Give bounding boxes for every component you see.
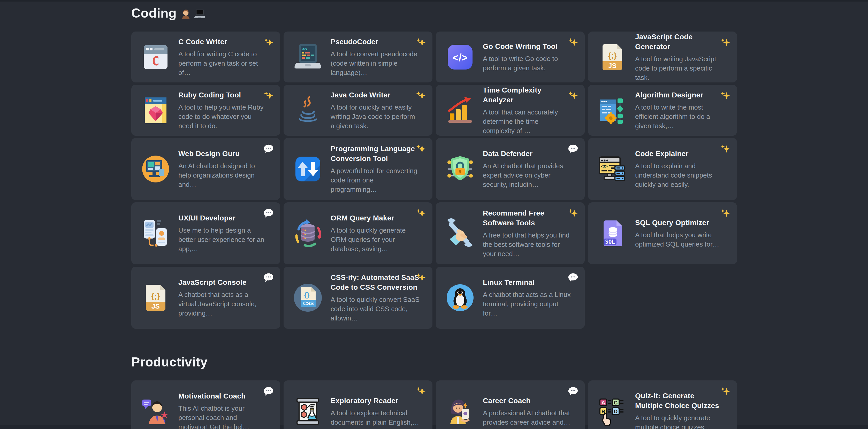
svg-text:A: A: [601, 400, 605, 405]
svg-text:SQL: SQL: [605, 239, 615, 245]
prompt-card[interactable]: SQL SQL Query Optimizer A tool that help…: [588, 202, 737, 265]
card-grid: C C Code Writer A tool for writing C cod…: [131, 32, 737, 329]
sparkle-badge-icon: [567, 37, 579, 49]
card-description: This AI chatbot is your personal coach a…: [178, 404, 267, 429]
prompt-card[interactable]: Linux Terminal A chatbot that acts as a …: [436, 267, 585, 329]
card-text: Code Explainer A tool to explain and und…: [635, 149, 733, 189]
card-description: A tool to quickly generate ORM queries f…: [331, 225, 420, 253]
card-title: Exploratory Reader: [331, 396, 420, 406]
chat-badge-icon: [262, 143, 275, 155]
prompt-card[interactable]: Recommend Free Software Tools A free too…: [436, 202, 585, 265]
css-file-icon: {}CSS: [292, 282, 323, 313]
card-text: JavaScript Console A chatbot that acts a…: [178, 278, 277, 318]
svg-text:CSS: CSS: [303, 301, 314, 306]
svg-text:{;}: {;}: [151, 292, 160, 300]
sparkle-badge-icon: [567, 208, 579, 219]
career-person-icon: [444, 396, 476, 427]
prompt-card[interactable]: Motivational Coach This AI chatbot is yo…: [131, 380, 280, 429]
sparkle-badge-icon: [415, 37, 427, 49]
card-text: Linux Terminal A chatbot that acts as a …: [483, 278, 581, 318]
prompt-card[interactable]: </> Go Code Writing Tool A tool to write…: [436, 32, 585, 83]
card-description: An AI chatbot that provides expert advic…: [483, 161, 572, 189]
prompt-card[interactable]: UX/UI Developer Use me to help design a …: [131, 202, 280, 265]
card-title: SQL Query Optimizer: [635, 218, 724, 228]
wrench-hand-icon: [444, 218, 476, 249]
prompt-card[interactable]: {}CSS CSS-ify: Automated SaaS Code to CS…: [284, 267, 432, 329]
card-text: Career Coach A professional AI chatbot t…: [483, 396, 581, 427]
card-description: A powerful tool for converting code from…: [331, 166, 420, 194]
chat-badge-icon: [262, 208, 275, 219]
card-text: Algorithm Designer A tool to write the m…: [635, 90, 733, 130]
svg-text:JS: JS: [608, 62, 617, 69]
prompt-card[interactable]: Time Complexity Analyzer A tool that can…: [436, 85, 585, 136]
card-description: A tool to convert pseudocode (code writt…: [331, 49, 420, 77]
card-title: Ruby Coding Tool: [178, 90, 267, 100]
card-text: CSS-ify: Automated SaaS Code to CSS Conv…: [331, 273, 429, 323]
person-technologist-icon: [180, 8, 192, 20]
card-description: A free tool that helps you find the best…: [483, 231, 572, 258]
card-description: A chatbot that acts as a virtual JavaScr…: [178, 290, 267, 318]
prompt-card[interactable]: Exploratory Reader A tool to explore tec…: [284, 380, 432, 429]
prompt-card[interactable]: {;}JS JavaScript Code Generator A tool f…: [588, 32, 737, 83]
svg-text:</>: </>: [601, 164, 608, 169]
prompt-card[interactable]: </> Code Explainer A tool to explain and…: [588, 138, 737, 200]
sparkle-badge-icon: [415, 208, 427, 219]
chat-badge-icon: [262, 272, 275, 284]
chat-badge-icon: [567, 386, 579, 397]
card-description: A tool to quickly convert SaaS code into…: [331, 295, 420, 323]
prompt-card[interactable]: Java Code Writer A tool for quickly and …: [284, 85, 432, 136]
card-text: C Code Writer A tool for writing C code …: [178, 37, 277, 77]
code-brackets-icon: </>: [444, 41, 476, 72]
sparkle-badge-icon: [262, 37, 275, 49]
svg-text:{}: {}: [304, 291, 309, 299]
section-title: Productivity: [131, 355, 737, 370]
prompt-card[interactable]: ACBD Quiz-It: Generate Multiple Choice Q…: [588, 380, 737, 429]
svg-text:C: C: [614, 400, 618, 405]
prompt-card[interactable]: C C Code Writer A tool for writing C cod…: [131, 32, 280, 83]
js-file-icon: {;}JS: [597, 41, 628, 72]
sql-file-icon: SQL: [597, 218, 628, 249]
section-title: Coding: [131, 6, 737, 21]
prompt-card[interactable]: Web Design Guru An AI chatbot designed t…: [131, 138, 280, 200]
card-title: Programming Language Conversion Tool: [331, 144, 420, 163]
svg-text:C: C: [152, 54, 159, 68]
prompt-card[interactable]: Ruby Coding Tool A tool to help you writ…: [131, 85, 280, 136]
phone-wireframes-icon: [140, 218, 171, 249]
card-title: Code Explainer: [635, 149, 724, 159]
prompt-card[interactable]: Algorithm Designer A tool to write the m…: [588, 85, 737, 136]
card-description: A chatbot that acts as a Linux terminal,…: [483, 290, 572, 318]
card-description: A tool to explain and understand code sn…: [635, 161, 724, 189]
prompt-card[interactable]: Programming Language Conversion Tool A p…: [284, 138, 432, 200]
sparkle-badge-icon: [719, 90, 731, 102]
linux-penguin-icon: [444, 282, 476, 313]
sparkle-badge-icon: [567, 90, 579, 102]
swap-arrows-icon: [292, 154, 323, 185]
prompt-card[interactable]: </> PseudoCoder A tool to convert pseudo…: [284, 32, 432, 83]
card-text: SQL Query Optimizer A tool that helps yo…: [635, 218, 733, 249]
card-text: Web Design Guru An AI chatbot designed t…: [178, 149, 277, 189]
card-title: Linux Terminal: [483, 278, 572, 287]
prompt-card[interactable]: {;}JS JavaScript Console A chatbot that …: [131, 267, 280, 329]
sparkle-badge-icon: [719, 208, 731, 219]
card-description: A tool to write the most efficient algor…: [635, 102, 724, 130]
prompt-card[interactable]: Career Coach A professional AI chatbot t…: [436, 380, 585, 429]
card-title: UX/UI Developer: [178, 213, 267, 223]
code-monitor-server-icon: </>: [597, 154, 628, 185]
prompt-card[interactable]: ORM Query Maker A tool to quickly genera…: [284, 202, 432, 265]
card-description: A tool to help you write Ruby code to do…: [178, 102, 267, 130]
flowchart-gear-icon: [597, 95, 628, 126]
card-description: A tool for writing C code to perform a g…: [178, 49, 267, 77]
svg-text:{;}: {;}: [608, 51, 617, 60]
card-title: Recommend Free Software Tools: [483, 208, 572, 228]
card-text: ORM Query Maker A tool to quickly genera…: [331, 213, 429, 253]
chat-badge-icon: [262, 386, 275, 397]
svg-text:JS: JS: [152, 302, 160, 310]
card-title: CSS-ify: Automated SaaS Code to CSS Conv…: [331, 273, 420, 292]
sparkle-badge-icon: [719, 386, 731, 397]
card-title: Algorithm Designer: [635, 90, 724, 100]
card-description: A tool to explore technical documents in…: [331, 408, 420, 427]
c-window-icon: C: [140, 41, 171, 72]
card-text: Ruby Coding Tool A tool to help you writ…: [178, 90, 277, 130]
prompt-card[interactable]: Data Defender An AI chatbot that provide…: [436, 138, 585, 200]
card-text: Recommend Free Software Tools A free too…: [483, 208, 581, 258]
